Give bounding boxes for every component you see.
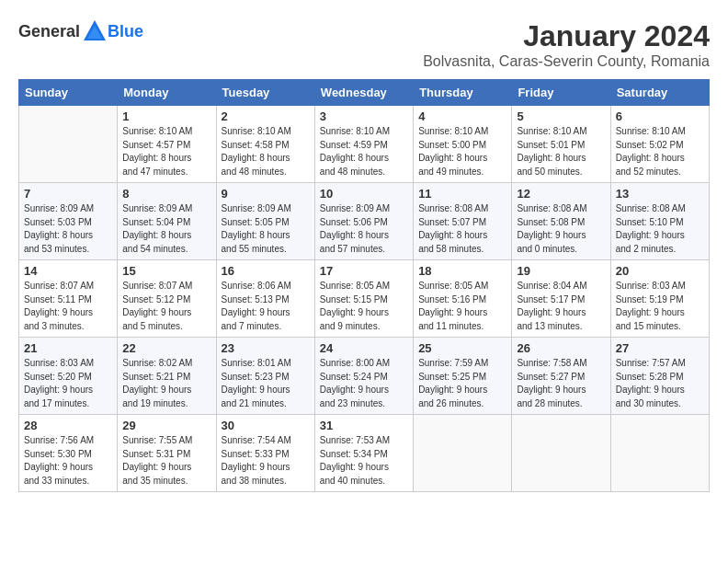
day-number: 20 — [616, 264, 704, 278]
day-info: Sunrise: 8:07 AMSunset: 5:12 PMDaylight:… — [122, 280, 210, 333]
calendar-cell: 3Sunrise: 8:10 AMSunset: 4:59 PMDaylight… — [314, 106, 413, 183]
calendar-cell: 23Sunrise: 8:01 AMSunset: 5:23 PMDayligh… — [216, 338, 314, 415]
day-info: Sunrise: 8:10 AMSunset: 5:01 PMDaylight:… — [517, 125, 605, 178]
day-number: 23 — [222, 341, 310, 355]
day-number: 4 — [418, 109, 506, 123]
day-number: 22 — [122, 341, 210, 355]
day-info: Sunrise: 8:09 AMSunset: 5:04 PMDaylight:… — [122, 202, 210, 256]
weekday-header-row: SundayMondayTuesdayWednesdayThursdayFrid… — [19, 80, 710, 106]
logo-icon — [82, 18, 108, 44]
day-info: Sunrise: 8:08 AMSunset: 5:10 PMDaylight:… — [616, 202, 704, 256]
calendar-cell: 26Sunrise: 7:58 AMSunset: 5:27 PMDayligh… — [512, 338, 610, 415]
month-title: January 2024 — [423, 18, 710, 53]
calendar-cell: 20Sunrise: 8:03 AMSunset: 5:19 PMDayligh… — [610, 260, 709, 338]
calendar-week-row: 14Sunrise: 8:07 AMSunset: 5:11 PMDayligh… — [19, 260, 710, 338]
day-info: Sunrise: 8:07 AMSunset: 5:11 PMDaylight:… — [24, 280, 112, 333]
day-info: Sunrise: 8:10 AMSunset: 4:59 PMDaylight:… — [320, 125, 408, 178]
day-info: Sunrise: 7:59 AMSunset: 5:25 PMDaylight:… — [418, 357, 506, 410]
day-number: 17 — [320, 264, 408, 278]
calendar-cell: 5Sunrise: 8:10 AMSunset: 5:01 PMDaylight… — [512, 106, 610, 183]
calendar-cell: 13Sunrise: 8:08 AMSunset: 5:10 PMDayligh… — [610, 183, 709, 260]
calendar-cell: 10Sunrise: 8:09 AMSunset: 5:06 PMDayligh… — [314, 183, 413, 260]
day-number: 18 — [418, 264, 506, 278]
day-number: 9 — [222, 187, 310, 201]
day-number: 19 — [517, 264, 605, 278]
location-title: Bolvasnita, Caras-Severin County, Romani… — [423, 53, 710, 70]
day-info: Sunrise: 8:00 AMSunset: 5:24 PMDaylight:… — [320, 357, 408, 410]
day-info: Sunrise: 8:09 AMSunset: 5:03 PMDaylight:… — [24, 202, 112, 256]
calendar-cell: 17Sunrise: 8:05 AMSunset: 5:15 PMDayligh… — [314, 260, 413, 338]
day-number: 14 — [24, 264, 112, 278]
calendar-table: SundayMondayTuesdayWednesdayThursdayFrid… — [18, 79, 710, 492]
calendar-cell: 27Sunrise: 7:57 AMSunset: 5:28 PMDayligh… — [610, 338, 709, 415]
weekday-header: Monday — [118, 80, 216, 106]
logo-general: General — [18, 22, 80, 41]
calendar-week-row: 28Sunrise: 7:56 AMSunset: 5:30 PMDayligh… — [19, 415, 710, 492]
calendar-cell: 28Sunrise: 7:56 AMSunset: 5:30 PMDayligh… — [19, 415, 118, 492]
day-info: Sunrise: 7:56 AMSunset: 5:30 PMDaylight:… — [24, 434, 112, 488]
day-info: Sunrise: 8:10 AMSunset: 5:00 PMDaylight:… — [418, 125, 506, 178]
day-info: Sunrise: 8:04 AMSunset: 5:17 PMDaylight:… — [517, 280, 605, 333]
weekday-header: Saturday — [610, 80, 709, 106]
day-number: 6 — [616, 109, 704, 123]
calendar-cell: 25Sunrise: 7:59 AMSunset: 5:25 PMDayligh… — [414, 338, 512, 415]
day-number: 26 — [517, 341, 605, 355]
calendar-cell: 29Sunrise: 7:55 AMSunset: 5:31 PMDayligh… — [118, 415, 216, 492]
weekday-header: Thursday — [414, 80, 512, 106]
day-number: 15 — [122, 264, 210, 278]
day-number: 21 — [24, 341, 112, 355]
day-number: 24 — [320, 341, 408, 355]
day-info: Sunrise: 8:01 AMSunset: 5:23 PMDaylight:… — [222, 357, 310, 410]
day-info: Sunrise: 8:05 AMSunset: 5:16 PMDaylight:… — [418, 280, 506, 333]
calendar-cell: 16Sunrise: 8:06 AMSunset: 5:13 PMDayligh… — [216, 260, 314, 338]
day-info: Sunrise: 7:54 AMSunset: 5:33 PMDaylight:… — [222, 434, 310, 488]
calendar-cell: 4Sunrise: 8:10 AMSunset: 5:00 PMDaylight… — [414, 106, 512, 183]
logo-blue: Blue — [108, 22, 143, 41]
day-number: 1 — [122, 109, 210, 123]
calendar-cell — [414, 415, 512, 492]
calendar-cell: 19Sunrise: 8:04 AMSunset: 5:17 PMDayligh… — [512, 260, 610, 338]
calendar-cell: 14Sunrise: 8:07 AMSunset: 5:11 PMDayligh… — [19, 260, 118, 338]
day-number: 30 — [222, 419, 310, 432]
calendar-week-row: 7Sunrise: 8:09 AMSunset: 5:03 PMDaylight… — [19, 183, 710, 260]
calendar-cell: 21Sunrise: 8:03 AMSunset: 5:20 PMDayligh… — [19, 338, 118, 415]
day-info: Sunrise: 8:10 AMSunset: 4:58 PMDaylight:… — [222, 125, 310, 178]
weekday-header: Friday — [512, 80, 610, 106]
day-number: 16 — [222, 264, 310, 278]
day-number: 10 — [320, 187, 408, 201]
calendar-week-row: 1Sunrise: 8:10 AMSunset: 4:57 PMDaylight… — [19, 106, 710, 183]
day-number: 3 — [320, 109, 408, 123]
title-section: January 2024 Bolvasnita, Caras-Severin C… — [423, 18, 710, 70]
day-number: 25 — [418, 341, 506, 355]
weekday-header: Wednesday — [314, 80, 413, 106]
calendar-cell: 18Sunrise: 8:05 AMSunset: 5:16 PMDayligh… — [414, 260, 512, 338]
day-info: Sunrise: 8:08 AMSunset: 5:08 PMDaylight:… — [517, 202, 605, 256]
calendar-cell: 12Sunrise: 8:08 AMSunset: 5:08 PMDayligh… — [512, 183, 610, 260]
day-info: Sunrise: 8:10 AMSunset: 5:02 PMDaylight:… — [616, 125, 704, 178]
header: General Blue January 2024 Bolvasnita, Ca… — [18, 18, 710, 70]
day-number: 27 — [616, 341, 704, 355]
day-info: Sunrise: 7:58 AMSunset: 5:27 PMDaylight:… — [517, 357, 605, 410]
calendar-cell — [19, 106, 118, 183]
day-number: 29 — [122, 419, 210, 432]
day-info: Sunrise: 8:09 AMSunset: 5:05 PMDaylight:… — [222, 202, 310, 256]
day-info: Sunrise: 8:05 AMSunset: 5:15 PMDaylight:… — [320, 280, 408, 333]
calendar-cell: 7Sunrise: 8:09 AMSunset: 5:03 PMDaylight… — [19, 183, 118, 260]
calendar-cell: 1Sunrise: 8:10 AMSunset: 4:57 PMDaylight… — [118, 106, 216, 183]
day-info: Sunrise: 8:09 AMSunset: 5:06 PMDaylight:… — [320, 202, 408, 256]
day-info: Sunrise: 8:06 AMSunset: 5:13 PMDaylight:… — [222, 280, 310, 333]
day-info: Sunrise: 7:57 AMSunset: 5:28 PMDaylight:… — [616, 357, 704, 410]
calendar-cell: 22Sunrise: 8:02 AMSunset: 5:21 PMDayligh… — [118, 338, 216, 415]
day-number: 12 — [517, 187, 605, 201]
calendar-cell: 11Sunrise: 8:08 AMSunset: 5:07 PMDayligh… — [414, 183, 512, 260]
calendar-cell — [512, 415, 610, 492]
calendar-cell: 24Sunrise: 8:00 AMSunset: 5:24 PMDayligh… — [314, 338, 413, 415]
calendar-cell: 30Sunrise: 7:54 AMSunset: 5:33 PMDayligh… — [216, 415, 314, 492]
logo: General Blue — [18, 18, 143, 44]
day-info: Sunrise: 8:03 AMSunset: 5:20 PMDaylight:… — [24, 357, 112, 410]
calendar-cell: 6Sunrise: 8:10 AMSunset: 5:02 PMDaylight… — [610, 106, 709, 183]
day-number: 2 — [222, 109, 310, 123]
day-number: 5 — [517, 109, 605, 123]
weekday-header: Sunday — [19, 80, 118, 106]
calendar-cell: 15Sunrise: 8:07 AMSunset: 5:12 PMDayligh… — [118, 260, 216, 338]
